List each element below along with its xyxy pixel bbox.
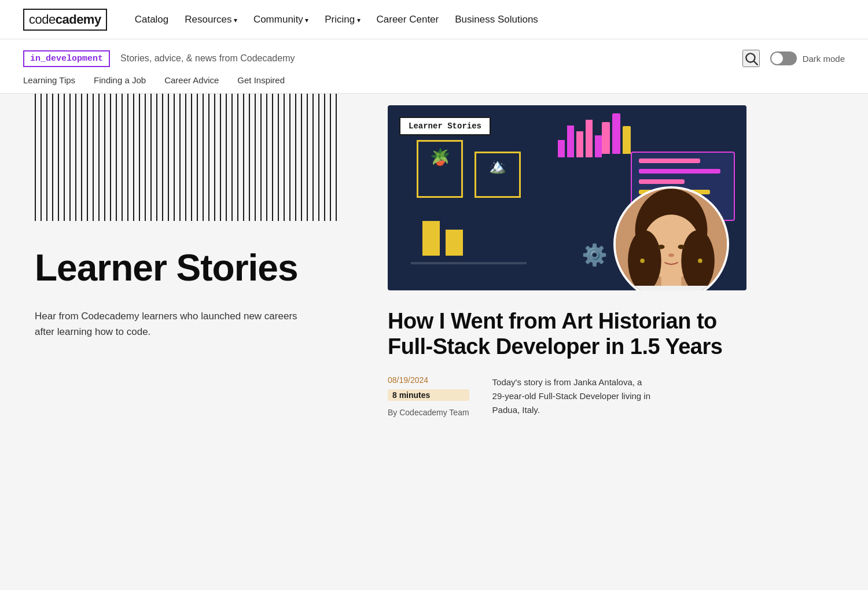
main-content: Learner Stories Hear from Codecademy lea… [0,94,868,452]
article-description: Today's story is from Janka Antalova, a … [492,375,654,417]
article-meta: 08/19/2024 8 minutes By Codecademy Team … [388,375,746,417]
article-image-label: Learner Stories [399,117,491,135]
person-silhouette [616,189,727,290]
article-image-container: 🪴 🏔️ [388,105,746,290]
book-3 [623,126,631,154]
blog-title-group: in_development Stories, advice, & news f… [23,50,295,67]
code-line-3 [639,179,685,184]
toggle-switch[interactable] [770,51,797,65]
bar-5 [595,135,602,157]
search-button[interactable] [742,50,760,67]
gear-icon: ⚙️ [582,243,608,267]
nav-resources[interactable]: Resources [185,14,237,25]
right-panel: 🪴 🏔️ [376,94,770,452]
dark-mode-toggle[interactable]: Dark mode [770,51,845,65]
toggle-knob [771,53,783,64]
bar-1 [558,140,565,157]
in-development-badge[interactable]: in_development [23,50,110,67]
illus-frame-1: 🪴 [417,140,463,198]
left-section-title: Learner Stories [35,249,341,287]
blog-header-right: Dark mode [742,50,845,67]
article-meta-left: 08/19/2024 8 minutes By Codecademy Team [388,375,469,417]
article-image[interactable]: 🪴 🏔️ [388,105,746,290]
illus-bar-chart [558,117,602,157]
book-2 [612,113,620,154]
top-nav: codecademy Catalog Resources Community P… [0,0,868,39]
dark-mode-label: Dark mode [803,54,845,64]
article-title[interactable]: How I Went from Art Historian to Full-St… [388,309,746,359]
sub-nav-get-inspired[interactable]: Get Inspired [237,75,285,93]
book-1 [602,122,610,154]
nav-community[interactable]: Community [253,14,308,25]
nav-catalog[interactable]: Catalog [135,14,169,25]
article-date: 08/19/2024 [388,375,469,385]
illus-table-top [411,262,527,264]
svg-point-11 [668,253,674,257]
svg-point-10 [678,245,685,249]
illus-books [602,113,631,154]
sub-nav-finding-job[interactable]: Finding a Job [94,75,146,93]
illus-frame-2: 🏔️ [475,152,521,198]
nav-pricing[interactable]: Pricing [325,14,360,25]
bar-2 [567,126,574,157]
sub-nav-links: Learning Tips Finding a Job Career Advic… [23,75,845,93]
left-section-description: Hear from Codecademy learners who launch… [35,308,312,340]
nav-links: Catalog Resources Community Pricing Care… [135,14,845,25]
search-icon [744,51,759,66]
svg-point-6 [681,230,715,290]
svg-point-9 [658,245,665,249]
svg-point-13 [698,259,703,263]
stripe-pattern [35,94,341,221]
logo-code: code [29,12,56,27]
code-line-1 [639,158,700,163]
article-read-time: 8 minutes [388,389,469,401]
blog-header: in_development Stories, advice, & news f… [0,39,868,94]
svg-rect-8 [632,286,710,290]
svg-point-12 [640,259,645,263]
illus-yellow-bar-2 [446,230,463,256]
svg-line-1 [754,61,757,65]
sub-nav-learning-tips[interactable]: Learning Tips [23,75,75,93]
bar-3 [576,131,583,157]
article-author: By Codecademy Team [388,408,469,417]
sub-nav-career-advice[interactable]: Career Advice [164,75,219,93]
blog-subtitle: Stories, advice, & news from Codecademy [120,53,295,64]
left-panel: Learner Stories Hear from Codecademy lea… [0,94,376,452]
code-line-2 [639,169,720,174]
illus-yellow-bar-1 [422,221,440,256]
bar-4 [586,120,593,157]
logo-academy: cademy [56,12,101,27]
nav-career-center[interactable]: Career Center [377,14,439,25]
logo[interactable]: codecademy [23,9,107,31]
svg-point-5 [628,230,661,290]
nav-business-solutions[interactable]: Business Solutions [455,14,538,25]
